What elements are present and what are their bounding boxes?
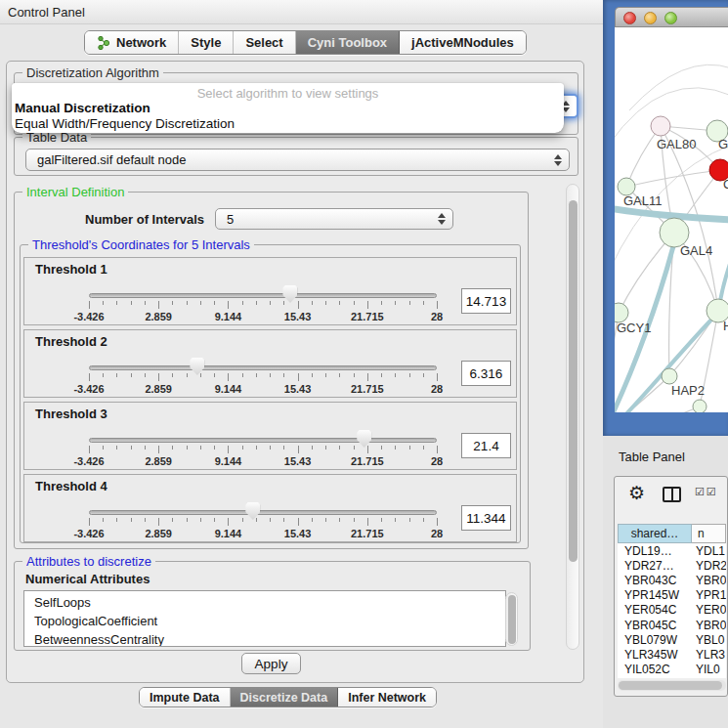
num-intervals-combobox[interactable]: 5 xyxy=(215,208,453,230)
cell-shared-name[interactable]: YBR045C xyxy=(618,619,692,632)
table-row[interactable]: YLR345WYLR3 xyxy=(618,647,726,662)
tab-impute-data[interactable]: Impute Data xyxy=(140,688,231,707)
threshold-value-field[interactable]: 11.344 xyxy=(461,505,511,531)
slider-ticks xyxy=(89,446,437,455)
slider-ticks xyxy=(89,518,437,528)
gear-icon[interactable]: ⚙ xyxy=(628,482,645,504)
close-traffic-light[interactable] xyxy=(623,12,636,24)
cell-shared-name[interactable]: YLR345W xyxy=(618,648,692,662)
cell-name[interactable]: YPR1 xyxy=(692,588,726,602)
slider-track[interactable] xyxy=(89,365,437,370)
cell-shared-name[interactable]: YDL19… xyxy=(618,544,692,558)
threshold-panel: Threshold 3 -3.4262.8599.14415.4321.7152… xyxy=(23,402,517,470)
table-row[interactable]: YDL19…YDL1 xyxy=(618,543,726,558)
column-header-name[interactable]: n xyxy=(692,524,726,543)
table-hscrollbar[interactable] xyxy=(618,680,726,691)
cell-shared-name[interactable]: YBL079W xyxy=(618,633,692,647)
slider-tick-labels: -3.4262.8599.14415.4321.71528 xyxy=(89,455,437,467)
slider-track[interactable] xyxy=(89,510,437,515)
network-canvas[interactable]: GAL80 GA C GAL11 GAL4 GCY1 H HAP2 xyxy=(615,27,728,412)
node-label: GAL80 xyxy=(657,137,696,151)
tab-jactivemnodules[interactable]: jActiveMNodules xyxy=(400,31,526,54)
zoom-traffic-light[interactable] xyxy=(664,12,677,24)
table-row[interactable]: YDR27…YDR2 xyxy=(618,558,726,573)
numerical-attributes-list: SelfLoops TopologicalCoefficient Between… xyxy=(23,590,506,647)
node-bottom[interactable] xyxy=(693,400,707,412)
threshold-value-field[interactable]: 6.316 xyxy=(461,361,511,386)
cell-name[interactable]: YBR0 xyxy=(692,619,726,632)
cell-shared-name[interactable]: YPR145W xyxy=(618,588,692,602)
tab-discretize-data[interactable]: Discretize Data xyxy=(231,688,339,707)
tab-select[interactable]: Select xyxy=(234,31,295,54)
attributes-list-scrollbar-thumb[interactable] xyxy=(508,595,516,644)
node-label: GAL4 xyxy=(680,243,712,258)
column-layout-icon[interactable] xyxy=(663,487,681,502)
option-manual-discretization[interactable]: Manual Discretization xyxy=(12,101,564,116)
threshold-value-field[interactable]: 14.713 xyxy=(461,288,511,314)
table-row[interactable]: YPR145WYPR1 xyxy=(618,588,726,603)
numerical-attributes-label: Numerical Attributes xyxy=(25,572,150,586)
num-intervals-value: 5 xyxy=(227,212,234,227)
column-header-shared[interactable]: shared… xyxy=(618,524,692,543)
threshold-label: Threshold 1 xyxy=(35,262,107,277)
threshold-slider[interactable]: -3.4262.8599.14415.4321.71528 xyxy=(89,285,437,324)
combo-stepper-icon xyxy=(554,154,562,166)
node-hap2[interactable] xyxy=(662,368,677,384)
table-row[interactable]: YIL052CYIL0 xyxy=(618,663,726,677)
table-panel: Table Panel ⚙ ☑☑ shared… n YDL19…YDL1YDR… xyxy=(603,436,728,728)
cell-shared-name[interactable]: YDR27… xyxy=(618,559,692,573)
table-row[interactable]: YBR045CYBR0 xyxy=(618,618,726,632)
tab-style[interactable]: Style xyxy=(179,31,234,54)
control-panel-tabs: Network Style Select Cyni Toolbox jActiv… xyxy=(84,30,527,55)
threshold-panel: Threshold 1 -3.4262.8599.14415.4321.7152… xyxy=(23,257,517,325)
node-gcy1[interactable] xyxy=(615,303,628,322)
tab-network[interactable]: Network xyxy=(85,31,179,54)
table-rows: YDL19…YDL1YDR27…YDR2YBR043CYBR0YPR145WYP… xyxy=(618,543,726,678)
slider-track[interactable] xyxy=(89,293,437,298)
cell-name[interactable]: YBL0 xyxy=(692,633,726,647)
network-window-titlebar[interactable] xyxy=(615,7,728,27)
cell-shared-name[interactable]: YBR043C xyxy=(618,574,692,587)
num-intervals-label: Number of Intervals xyxy=(85,212,204,227)
panel-scrollbar[interactable] xyxy=(566,184,579,650)
tab-label: Network xyxy=(116,35,166,50)
tab-infer-network[interactable]: Infer Network xyxy=(338,688,436,707)
table-hscrollbar-thumb[interactable] xyxy=(619,681,722,690)
table-panel-title: Table Panel xyxy=(619,450,685,464)
attributes-list-scrollbar[interactable] xyxy=(505,592,518,646)
apply-button[interactable]: Apply xyxy=(241,653,301,674)
panel-scrollbar-thumb[interactable] xyxy=(569,200,578,562)
minimize-traffic-light[interactable] xyxy=(644,12,657,24)
threshold-label: Threshold 4 xyxy=(35,479,107,493)
node-gal80[interactable] xyxy=(651,116,670,136)
threshold-slider[interactable]: -3.4262.8599.14415.4321.71528 xyxy=(89,502,437,541)
option-equal-width-frequency[interactable]: Equal Width/Frequency Discretization xyxy=(12,116,564,132)
table-row[interactable]: YER054CYER0 xyxy=(618,603,726,618)
cell-name[interactable]: YER0 xyxy=(692,603,726,617)
network-view-window[interactable]: GAL80 GA C GAL11 GAL4 GCY1 H HAP2 xyxy=(603,0,728,436)
checkbox-icons[interactable]: ☑☑ xyxy=(695,486,718,498)
table-row[interactable]: YBL079WYBL0 xyxy=(618,632,726,647)
cell-name[interactable]: YDR2 xyxy=(692,559,726,573)
list-item[interactable]: TopologicalCoefficient xyxy=(24,612,505,630)
table-data-combobox[interactable]: galFiltered.sif default node xyxy=(25,149,570,171)
table-header: shared… n xyxy=(618,524,726,543)
cell-name[interactable]: YLR3 xyxy=(692,648,726,662)
table-row[interactable]: YBR043CYBR0 xyxy=(618,573,726,587)
node-label: GAL11 xyxy=(623,193,663,208)
algorithm-dropdown-popup: Select algorithm to view settings Manual… xyxy=(12,83,564,133)
cell-name[interactable]: YDL1 xyxy=(692,544,726,558)
combo-stepper-icon xyxy=(438,213,446,225)
threshold-slider[interactable]: -3.4262.8599.14415.4321.71528 xyxy=(89,430,437,469)
threshold-value-field[interactable]: 21.4 xyxy=(461,433,511,458)
cell-shared-name[interactable]: YIL052C xyxy=(618,663,692,676)
threshold-slider[interactable]: -3.4262.8599.14415.4321.71528 xyxy=(89,358,437,397)
list-item[interactable]: SelfLoops xyxy=(24,591,505,612)
tab-cyni-toolbox[interactable]: Cyni Toolbox xyxy=(296,31,400,54)
slider-track[interactable] xyxy=(89,438,437,443)
cell-shared-name[interactable]: YER054C xyxy=(618,603,692,617)
cell-name[interactable]: YBR0 xyxy=(692,574,726,587)
cell-name[interactable]: YIL0 xyxy=(692,663,726,676)
list-item[interactable]: BetweennessCentrality xyxy=(24,630,505,647)
threshold-panel: Threshold 2 -3.4262.8599.14415.4321.7152… xyxy=(23,329,517,398)
